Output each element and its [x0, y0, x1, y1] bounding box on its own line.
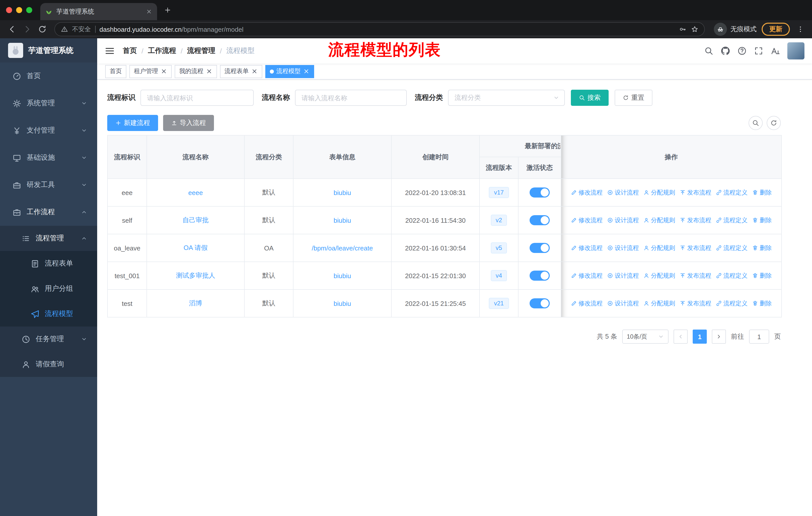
design-process-link[interactable]: 设计流程 [607, 188, 639, 197]
back-button[interactable] [5, 22, 19, 36]
active-toggle[interactable] [529, 298, 550, 308]
browser-tab[interactable]: 芋道管理系统 [40, 3, 157, 20]
sidebar-item-system-management[interactable]: 系统管理 [0, 90, 97, 117]
sidebar-item-workflow[interactable]: 工作流程 [0, 198, 97, 226]
process-definition-link[interactable]: 流程定义 [716, 299, 748, 308]
page-1-button[interactable]: 1 [693, 330, 707, 344]
tag-process-model[interactable]: 流程模型 [265, 65, 314, 78]
fullscreen-icon[interactable] [754, 46, 763, 55]
github-icon[interactable] [721, 46, 730, 55]
form-info-link[interactable]: /bpm/oa/leave/create [312, 244, 373, 252]
form-info-link[interactable]: biubiu [334, 300, 351, 307]
sidebar-item-infrastructure[interactable]: 基础设施 [0, 144, 97, 171]
reset-button[interactable]: 重置 [615, 90, 652, 106]
delete-link[interactable]: 删除 [752, 299, 772, 308]
goto-page-input[interactable] [749, 330, 769, 344]
process-definition-link[interactable]: 流程定义 [716, 216, 748, 224]
active-toggle[interactable] [529, 243, 550, 253]
sidebar-item-process-management[interactable]: 流程管理 [0, 226, 97, 251]
active-toggle[interactable] [529, 215, 550, 225]
edit-process-link[interactable]: 修改流程 [571, 271, 603, 280]
sidebar-item-payment-management[interactable]: 支付管理 [0, 117, 97, 144]
sidebar-item-dev-tools[interactable]: 研发工具 [0, 171, 97, 198]
assign-rules-link[interactable]: 分配规则 [643, 188, 675, 197]
sidebar-collapse-button[interactable] [105, 46, 115, 56]
close-icon[interactable] [206, 68, 212, 75]
edit-process-link[interactable]: 修改流程 [571, 299, 603, 308]
publish-process-link[interactable]: 发布流程 [679, 244, 711, 252]
bookmark-star-icon[interactable] [691, 26, 698, 33]
breadcrumb-item[interactable]: 工作流程 [148, 46, 176, 55]
delete-link[interactable]: 删除 [752, 216, 772, 224]
reload-button[interactable] [35, 22, 49, 36]
sidebar-item-process-model[interactable]: 流程模型 [0, 301, 97, 327]
font-size-icon[interactable] [771, 46, 780, 55]
publish-process-link[interactable]: 发布流程 [679, 216, 711, 224]
close-icon[interactable] [303, 68, 310, 75]
create-process-button[interactable]: 新建流程 [107, 115, 158, 131]
edit-process-link[interactable]: 修改流程 [571, 244, 603, 252]
search-button[interactable]: 搜索 [571, 90, 609, 106]
process-name-input[interactable] [295, 90, 407, 106]
window-zoom-button[interactable] [26, 7, 32, 13]
delete-link[interactable]: 删除 [752, 188, 772, 197]
form-info-link[interactable]: biubiu [334, 216, 351, 224]
assign-rules-link[interactable]: 分配规则 [643, 244, 675, 252]
design-process-link[interactable]: 设计流程 [607, 244, 639, 252]
next-page-button[interactable] [712, 330, 726, 344]
publish-process-link[interactable]: 发布流程 [679, 188, 711, 197]
process-name-link[interactable]: eeee [188, 189, 203, 196]
process-category-select[interactable]: 流程分类 [448, 90, 565, 106]
window-minimize-button[interactable] [16, 7, 22, 13]
browser-menu-button[interactable] [794, 23, 807, 36]
assign-rules-link[interactable]: 分配规则 [643, 271, 675, 280]
key-icon[interactable] [679, 26, 686, 33]
active-toggle[interactable] [529, 271, 550, 281]
close-icon[interactable] [251, 68, 258, 75]
process-key-input[interactable] [141, 90, 254, 106]
process-name-link[interactable]: 滔博 [189, 299, 202, 307]
sidebar-item-user-group[interactable]: 用户分组 [0, 276, 97, 301]
tag-home[interactable]: 首页 [105, 65, 126, 78]
sidebar-logo[interactable]: 芋道管理系统 [0, 38, 97, 62]
edit-process-link[interactable]: 修改流程 [571, 188, 603, 197]
security-label[interactable]: 不安全 [72, 25, 91, 33]
design-process-link[interactable]: 设计流程 [607, 216, 639, 224]
refresh-table-button[interactable] [767, 116, 781, 130]
search-icon[interactable] [704, 46, 713, 55]
form-info-link[interactable]: biubiu [334, 272, 351, 279]
publish-process-link[interactable]: 发布流程 [679, 299, 711, 308]
process-name-link[interactable]: 测试多审批人 [176, 272, 215, 279]
tag-process-form[interactable]: 流程表单 [220, 65, 262, 78]
tag-tenant-management[interactable]: 租户管理 [129, 65, 172, 78]
window-close-button[interactable] [6, 7, 12, 13]
sidebar-item-leave-query[interactable]: 请假查询 [0, 352, 97, 377]
process-name-link[interactable]: 自己审批 [182, 216, 209, 224]
address-bar[interactable]: 不安全 dashboard.yudao.iocoder.cn/bpm/manag… [54, 22, 705, 36]
assign-rules-link[interactable]: 分配规则 [643, 216, 675, 224]
delete-link[interactable]: 删除 [752, 271, 772, 280]
process-name-link[interactable]: OA 请假 [183, 244, 207, 251]
help-icon[interactable] [737, 46, 747, 55]
design-process-link[interactable]: 设计流程 [607, 271, 639, 280]
new-tab-button[interactable] [164, 6, 171, 13]
prev-page-button[interactable] [673, 330, 688, 344]
process-definition-link[interactable]: 流程定义 [716, 188, 748, 197]
sidebar-item-process-form[interactable]: 流程表单 [0, 251, 97, 276]
breadcrumb-item[interactable]: 流程管理 [187, 46, 215, 55]
breadcrumb-item[interactable]: 首页 [123, 46, 137, 55]
page-size-select[interactable]: 10条/页 [622, 330, 669, 344]
publish-process-link[interactable]: 发布流程 [679, 271, 711, 280]
update-button[interactable]: 更新 [762, 23, 790, 36]
process-definition-link[interactable]: 流程定义 [716, 271, 748, 280]
tag-my-process[interactable]: 我的流程 [175, 65, 217, 78]
delete-link[interactable]: 删除 [752, 244, 772, 252]
process-definition-link[interactable]: 流程定义 [716, 244, 748, 252]
design-process-link[interactable]: 设计流程 [607, 299, 639, 308]
sidebar-item-home[interactable]: 首页 [0, 62, 97, 90]
close-icon[interactable] [161, 68, 167, 75]
form-info-link[interactable]: biubiu [334, 189, 351, 196]
forward-button[interactable] [20, 22, 34, 36]
show-search-button[interactable] [749, 116, 763, 130]
tab-close-icon[interactable] [146, 8, 152, 15]
